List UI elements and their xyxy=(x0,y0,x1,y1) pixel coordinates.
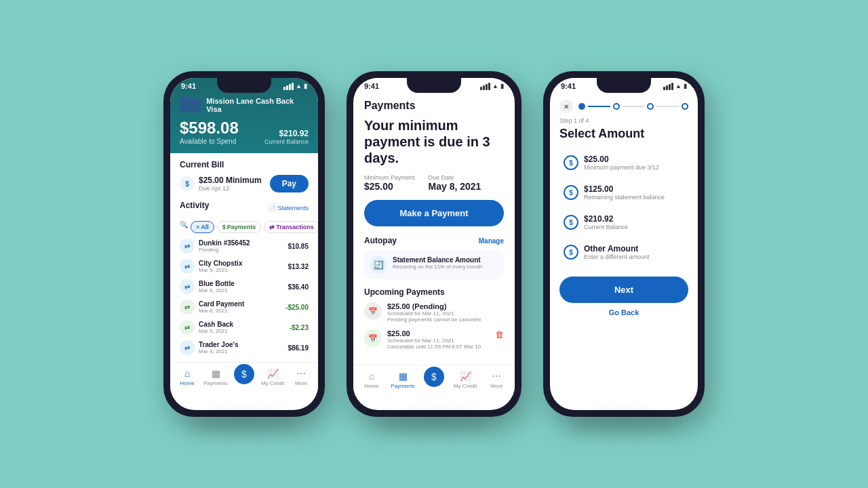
nav-pay-center-1[interactable]: $ xyxy=(232,371,256,384)
autopay-sub: Recurring on the 11th of every month xyxy=(393,264,482,270)
transaction-list: ⇄ Dunkin #356452 Pending $10.85 ⇄ City C… xyxy=(180,239,309,355)
signal-icon-1 xyxy=(283,83,294,90)
phone2-bottom-nav: ⌂ Home ▦ Payments $ 📈 My Credit ⋯ More xyxy=(353,365,515,396)
txn-amount-3: -$25.00 xyxy=(285,304,309,311)
filter-tab-all[interactable]: ≡ All xyxy=(191,221,214,233)
card-name: Mission Lane Cash Back Visa xyxy=(206,97,309,113)
min-payment-val: $25.00 xyxy=(364,181,415,192)
autopay-icon: 🔄 xyxy=(370,256,387,274)
status-icons-2: ▲ ▮ xyxy=(480,83,504,90)
nav-more-2[interactable]: ⋯ More xyxy=(484,371,509,389)
transaction-item-2: ⇄ Blue Bottle Mar 8, 2021 $36.40 xyxy=(180,279,309,294)
bill-due: Due Apr 12 xyxy=(199,185,262,192)
make-payment-button[interactable]: Make a Payment xyxy=(364,200,504,226)
battery-icon-2: ▮ xyxy=(500,83,504,89)
nav-mycredit-1[interactable]: 📈 My Credit xyxy=(260,368,285,386)
min-payment-label: Minimum Payment xyxy=(364,174,415,181)
step-line-3 xyxy=(656,106,679,107)
current-balance-label: Current Balance xyxy=(264,138,309,145)
delete-payment-icon[interactable]: 🗑 xyxy=(495,329,504,340)
step-dot-3 xyxy=(647,103,654,110)
upcoming-content-1: $25.00 (Pending) Scheduled for Mar 11, 2… xyxy=(387,302,504,323)
filter-tab-transactions[interactable]: ⇄ Transactions xyxy=(264,221,318,233)
home-icon-1: ⌂ xyxy=(184,368,190,379)
txn-amount-4: -$2.23 xyxy=(290,324,309,331)
nav-more-1[interactable]: ⋯ More xyxy=(289,368,313,386)
amount-option-1[interactable]: $ $125.00 Remaining statement balance xyxy=(559,179,688,206)
nav-home-1[interactable]: ⌂ Home xyxy=(175,368,199,386)
search-filter-icon[interactable]: 🔍 xyxy=(180,221,188,233)
close-progress-row: ✕ xyxy=(559,100,688,113)
pay-center-btn-2[interactable]: $ xyxy=(424,367,444,387)
phone2-body: Payments Your minimum payment is due in … xyxy=(353,92,515,365)
phone1-body: Current Bill $ $25.00 Minimum Due Apr 12… xyxy=(170,153,318,362)
amount-option-0[interactable]: $ $25.00 Minimum payment due 3/12 xyxy=(559,149,688,176)
current-bill-title: Current Bill xyxy=(180,160,309,169)
current-bill-row: $ $25.00 Minimum Due Apr 12 Pay xyxy=(180,175,309,192)
nav-pay-center-2[interactable]: $ xyxy=(422,373,446,387)
nav-home-label-2: Home xyxy=(364,383,378,389)
pay-center-btn-1[interactable]: $ xyxy=(234,364,254,384)
wifi-icon-2: ▲ xyxy=(492,83,498,89)
next-button[interactable]: Next xyxy=(559,277,688,303)
nav-payments-label-2: Payments xyxy=(391,383,415,389)
amount-dollar-icon-2: $ xyxy=(564,215,578,230)
amount-option-3[interactable]: $ Other Amount Enter a different amount xyxy=(559,239,688,266)
transaction-item-5: ⇄ Trader Joe's Mar 4, 2021 $86.19 xyxy=(180,340,309,355)
nav-payments-2[interactable]: ▦ Payments xyxy=(391,371,415,389)
manage-link[interactable]: Manage xyxy=(479,237,504,245)
amount-dollar-icon-0: $ xyxy=(564,155,578,170)
upcoming-amount-val-1: $25.00 (Pending) xyxy=(387,302,446,310)
payments-title: Payments xyxy=(364,100,504,112)
autopay-name: Statement Balance Amount xyxy=(393,256,482,264)
mycredit-icon-1: 📈 xyxy=(267,368,279,379)
step-label: Step 1 of 4 xyxy=(559,117,688,124)
payment-due-message: Your minimum payment is due in 3 days. xyxy=(364,117,504,166)
nav-mycredit-2[interactable]: 📈 My Credit xyxy=(453,371,477,389)
card-chip xyxy=(180,98,201,113)
txn-date-0: Pending xyxy=(199,247,250,253)
dollar-icon: $ xyxy=(222,224,226,230)
filter-tab-payments[interactable]: $ Payments xyxy=(217,221,262,233)
pay-button[interactable]: Pay xyxy=(270,175,309,192)
bill-icon: $ xyxy=(180,176,195,191)
step-line-2 xyxy=(623,106,645,107)
close-button[interactable]: ✕ xyxy=(559,100,573,113)
nav-more-label-1: More xyxy=(295,380,307,386)
transaction-item-0: ⇄ Dunkin #356452 Pending $10.85 xyxy=(180,239,309,253)
nav-home-label-1: Home xyxy=(180,380,194,386)
txn-date-3: Mar 8, 2021 xyxy=(199,308,244,314)
mycredit-icon-2: 📈 xyxy=(460,371,471,382)
phone-3: 9:41 ▲ ▮ ✕ xyxy=(543,71,705,417)
card-label: Mission Lane Cash Back Visa xyxy=(180,97,309,113)
step-dot-4 xyxy=(682,103,688,110)
autopay-info: Statement Balance Amount Recurring on th… xyxy=(393,256,482,270)
amount-info-2: $210.92 Current Balance xyxy=(584,214,628,230)
go-back-link[interactable]: Go Back xyxy=(559,308,688,317)
upcoming-amount-1: $25.00 (Pending) xyxy=(387,302,504,310)
exchange-icon: ⇄ xyxy=(269,224,275,230)
txn-info-4: Cash Back Mar 5, 2021 xyxy=(199,321,233,334)
upcoming-content-2: $25.00 Scheduled for Mar 11, 2021 Cancel… xyxy=(387,329,490,350)
txn-left-5: ⇄ Trader Joe's Mar 4, 2021 xyxy=(180,340,239,355)
activity-header: Activity 📄 Statements xyxy=(180,201,309,216)
txn-left-2: ⇄ Blue Bottle Mar 8, 2021 xyxy=(180,279,235,294)
upcoming-icon-1: 📅 xyxy=(364,302,382,320)
upcoming-icon-2: 📅 xyxy=(364,329,382,347)
nav-home-2[interactable]: ⌂ Home xyxy=(359,371,384,389)
available-label: Available to Spend xyxy=(180,138,239,145)
phone1-header: Mission Lane Cash Back Visa $598.08 Avai… xyxy=(170,92,318,153)
nav-payments-1[interactable]: ▦ Payments xyxy=(203,368,228,386)
filter-tabs: 🔍 ≡ All $ Payments ⇄ Transactions ⋯ xyxy=(180,221,309,233)
select-amount-title: Select Amount xyxy=(559,127,688,141)
amount-option-2[interactable]: $ $210.92 Current Balance xyxy=(559,209,688,236)
statements-link[interactable]: 📄 Statements xyxy=(269,205,309,211)
txn-icon-0: ⇄ xyxy=(180,239,195,253)
notch-1 xyxy=(217,78,271,93)
phone1-bottom-nav: ⌂ Home ▦ Payments $ 📈 My Credit ⋯ More xyxy=(170,362,318,393)
upcoming-cancel-2: Cancelable until 11:59 PM EST Mar 10 xyxy=(387,344,490,350)
bill-left: $ $25.00 Minimum Due Apr 12 xyxy=(180,176,262,192)
phones-container: 9:41 ▲ ▮ Mission Lane Cash Back Visa xyxy=(150,58,718,430)
txn-name-5: Trader Joe's xyxy=(199,341,239,348)
status-icons-3: ▲ ▮ xyxy=(663,83,687,90)
